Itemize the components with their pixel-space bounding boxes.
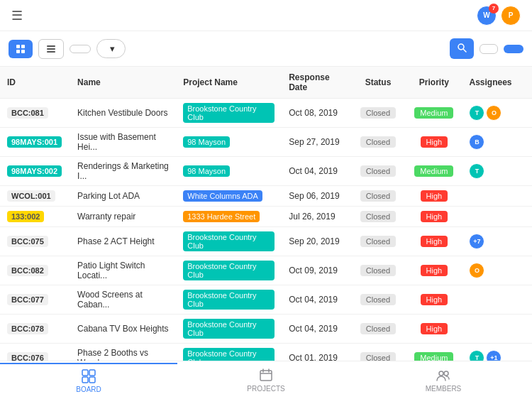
cell-id: BCC:081: [0, 99, 70, 128]
cell-priority: Medium: [406, 344, 462, 361]
cell-priority: Medium: [406, 99, 462, 128]
cell-assignees: T: [462, 157, 532, 186]
cell-name: Warranty repair: [70, 207, 176, 227]
svg-point-18: [444, 371, 448, 376]
chevron-down-icon: ▾: [110, 43, 115, 54]
cell-project: 1333 Hardee Street: [176, 207, 282, 227]
cell-priority: High: [406, 186, 462, 207]
cell-assignees: [462, 285, 532, 315]
top-bar-right: W 7 P: [477, 6, 521, 26]
cell-name: Patio Light Switch Locati...: [70, 256, 176, 285]
members-nav-icon: [436, 368, 451, 383]
table-row[interactable]: 98MAYS:001 Issue with Basement Hei... 98…: [0, 128, 532, 157]
top-bar-left: ☰: [11, 8, 23, 23]
cell-date: Sep 20, 2019: [282, 227, 350, 256]
table-row[interactable]: WCOL:001 Parking Lot ADA White Columns A…: [0, 186, 532, 207]
board-nav-icon: [81, 368, 96, 384]
cell-date: Oct 04, 2019: [282, 157, 350, 186]
cell-priority: High: [406, 285, 462, 315]
cell-id: BCC:082: [0, 256, 70, 285]
view-board-button[interactable]: [9, 40, 33, 58]
svg-rect-5: [47, 48, 55, 50]
svg-rect-1: [21, 45, 25, 48]
cell-project: Brookstone Country Club: [176, 227, 282, 256]
closed-filter-button[interactable]: [70, 45, 91, 53]
view-list-button[interactable]: [38, 39, 64, 59]
nav-item-members[interactable]: MEMBERS: [355, 364, 532, 397]
rfi-table: ID Name Project Name Response Date Statu…: [0, 67, 532, 361]
cell-date: Sep 06, 2019: [282, 186, 350, 207]
projects-nav-icon: [258, 368, 274, 383]
cell-name: Wood Screens at Caban...: [70, 285, 176, 315]
cell-id: 98MAYS:002: [0, 157, 70, 186]
svg-rect-0: [16, 45, 20, 48]
cell-date: Oct 09, 2019: [282, 256, 350, 285]
cell-status: Closed: [350, 128, 406, 157]
col-header-date: Response Date: [282, 67, 350, 99]
cell-priority: High: [406, 128, 462, 157]
cell-priority: High: [406, 315, 462, 344]
cell-priority: High: [406, 256, 462, 285]
cell-date: Oct 04, 2019: [282, 285, 350, 315]
table-row[interactable]: BCC:082 Patio Light Switch Locati... Bro…: [0, 256, 532, 285]
bottom-nav: BOARD PROJECTS MEMBERS: [0, 361, 532, 399]
cell-id: 98MAYS:001: [0, 128, 70, 157]
svg-point-7: [458, 44, 464, 50]
svg-rect-11: [82, 377, 88, 383]
cell-id: 133:002: [0, 207, 70, 227]
table-header: ID Name Project Name Response Date Statu…: [0, 67, 532, 99]
cell-status: Closed: [350, 227, 406, 256]
cell-status: Closed: [350, 157, 406, 186]
assignee-avatar: T: [469, 105, 484, 121]
table-row[interactable]: BCC:076 Phase 2 Booths vs Wood... Brooks…: [0, 344, 532, 361]
table-row[interactable]: 98MAYS:002 Renderings & Marketing I... 9…: [0, 157, 532, 186]
group-by-button[interactable]: ▾: [96, 39, 126, 58]
table-row[interactable]: BCC:078 Cabana TV Box Heights Brookstone…: [0, 315, 532, 344]
cell-assignees: B: [462, 128, 532, 157]
search-icon: [457, 43, 467, 53]
cell-date: Sep 27, 2019: [282, 128, 350, 157]
table-row[interactable]: 133:002 Warranty repair 1333 Hardee Stre…: [0, 207, 532, 227]
table-row[interactable]: BCC:075 Phase 2 ACT Height Brookstone Co…: [0, 227, 532, 256]
assignee-avatar: +1: [486, 350, 501, 361]
cell-status: Closed: [350, 285, 406, 315]
nav-label-members: MEMBERS: [426, 385, 462, 393]
nav-item-board[interactable]: BOARD: [0, 363, 177, 398]
add-new-button[interactable]: [504, 45, 523, 53]
search-button[interactable]: [450, 38, 474, 59]
cell-name: Parking Lot ADA: [70, 186, 176, 207]
cell-project: 98 Mayson: [176, 157, 282, 186]
assignee-avatar: O: [469, 263, 484, 278]
svg-rect-4: [47, 45, 55, 47]
cell-date: Oct 01, 2019: [282, 344, 350, 361]
user-avatar-profile[interactable]: P: [501, 6, 521, 26]
cell-date: Jul 26, 2019: [282, 207, 350, 227]
cell-date: Oct 04, 2019: [282, 315, 350, 344]
hamburger-icon[interactable]: ☰: [11, 8, 23, 23]
cell-name: Phase 2 ACT Height: [70, 227, 176, 256]
cell-status: Closed: [350, 99, 406, 128]
svg-rect-2: [16, 50, 20, 53]
table-row[interactable]: BCC:077 Wood Screens at Caban... Brookst…: [0, 285, 532, 315]
svg-point-17: [439, 371, 443, 376]
cell-assignees: +7: [462, 227, 532, 256]
cell-project: Brookstone Country Club: [176, 285, 282, 315]
user-avatar-notifications[interactable]: W 7: [477, 6, 497, 26]
rfi-table-container: ID Name Project Name Response Date Statu…: [0, 67, 532, 361]
table-row[interactable]: BCC:081 Kitchen Vestibule Doors Brooksto…: [0, 99, 532, 128]
nav-item-projects[interactable]: PROJECTS: [177, 364, 355, 397]
board-view-icon: [16, 44, 26, 54]
filter-button[interactable]: [480, 44, 498, 54]
cell-id: BCC:076: [0, 344, 70, 361]
svg-rect-13: [260, 371, 272, 381]
cell-assignees: [462, 186, 532, 207]
table-body: BCC:081 Kitchen Vestibule Doors Brooksto…: [0, 99, 532, 361]
svg-rect-10: [89, 370, 95, 376]
cell-name: Phase 2 Booths vs Wood...: [70, 344, 176, 361]
col-header-status: Status: [350, 67, 406, 99]
cell-assignees: [462, 207, 532, 227]
cell-id: BCC:075: [0, 227, 70, 256]
cell-priority: High: [406, 227, 462, 256]
nav-label-projects: PROJECTS: [247, 385, 284, 393]
top-bar: ☰ W 7 P: [0, 0, 532, 31]
